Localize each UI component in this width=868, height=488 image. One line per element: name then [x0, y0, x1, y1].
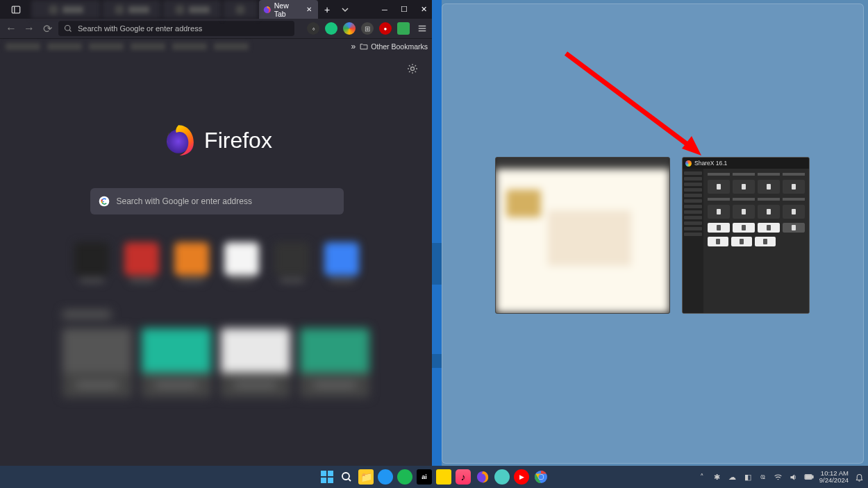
- firefox-icon: [263, 6, 272, 14]
- sharex-titlebar: ShareX 16.1: [683, 158, 809, 169]
- tab[interactable]: [162, 0, 222, 19]
- svg-rect-15: [321, 478, 326, 483]
- extension-icon[interactable]: ⬨: [307, 22, 319, 35]
- back-button[interactable]: ←: [4, 22, 18, 35]
- top-sites-row: [0, 242, 433, 283]
- maximize-button[interactable]: ☐: [394, 0, 414, 19]
- tab[interactable]: [102, 0, 161, 19]
- taskbar: 📁 ai ♪ ▶ ˄ ✱ ☁ ◧ Ҩ 10:12 AM 9/24/2024: [0, 466, 868, 488]
- toolbar: ← → ⟳ Search with Google or enter addres…: [0, 19, 433, 38]
- bookmarks-bar: » Other Bookmarks: [0, 38, 433, 53]
- extension-icon[interactable]: [325, 22, 337, 35]
- search-button[interactable]: [339, 469, 354, 485]
- svg-line-18: [349, 479, 351, 481]
- stories-section: [0, 310, 433, 398]
- snap-window-thumbnail-sharex[interactable]: ShareX 16.1: [682, 157, 810, 314]
- svg-point-8: [411, 67, 415, 71]
- annotation-arrow-icon: [562, 50, 708, 161]
- firefox-window: New Tab ✕ + ─ ☐ ✕ ← → ⟳ Search with Goog…: [0, 0, 433, 466]
- sharex-title: ShareX 16.1: [694, 160, 727, 167]
- svg-point-3: [65, 26, 71, 31]
- app-icon[interactable]: [494, 469, 510, 485]
- extensions-button[interactable]: ⊞: [361, 22, 374, 35]
- app-icon[interactable]: [436, 469, 451, 485]
- svg-rect-25: [805, 475, 811, 478]
- music-app-icon[interactable]: ♪: [456, 469, 471, 485]
- reload-button[interactable]: ⟳: [40, 22, 54, 35]
- firefox-logo-icon: [161, 123, 196, 158]
- menu-button[interactable]: [415, 22, 429, 35]
- tab-title: New Tab: [274, 1, 302, 18]
- bookmarks-overflow-icon[interactable]: »: [351, 42, 356, 51]
- sharex-logo-icon: [685, 160, 692, 167]
- tab-list-dropdown[interactable]: [336, 0, 354, 19]
- new-tab-button[interactable]: +: [318, 0, 336, 19]
- svg-rect-14: [328, 471, 333, 476]
- tray-icon[interactable]: ✱: [712, 472, 722, 482]
- system-tray: ˄ ✱ ☁ ◧ Ҩ 10:12 AM 9/24/2024: [697, 470, 864, 485]
- search-input[interactable]: Search with Google or enter address: [90, 188, 344, 214]
- active-tab[interactable]: New Tab ✕: [259, 0, 318, 19]
- search-icon: [64, 24, 72, 33]
- wifi-icon[interactable]: [774, 472, 783, 482]
- chrome-icon[interactable]: [533, 469, 549, 485]
- snap-assist-zone: ShareX 16.1: [442, 3, 864, 464]
- svg-marker-12: [682, 136, 701, 155]
- tab[interactable]: [223, 0, 258, 19]
- volume-icon[interactable]: [789, 472, 799, 482]
- extension-icon[interactable]: [397, 22, 410, 35]
- battery-icon[interactable]: [804, 472, 814, 482]
- title-bar: New Tab ✕ + ─ ☐ ✕: [0, 0, 433, 19]
- forward-button[interactable]: →: [22, 22, 36, 35]
- extension-icon[interactable]: ●: [379, 22, 392, 35]
- folder-icon: [360, 42, 368, 51]
- spotify-icon[interactable]: [397, 469, 412, 485]
- minimize-button[interactable]: ─: [375, 0, 394, 19]
- new-tab-content: Firefox Search with Google or enter addr…: [0, 53, 433, 466]
- tray-icon[interactable]: ◧: [743, 472, 753, 482]
- svg-rect-13: [321, 471, 326, 476]
- taskbar-center: 📁 ai ♪ ▶: [319, 469, 549, 485]
- search-placeholder: Search with Google or enter address: [117, 196, 252, 206]
- language-icon[interactable]: Ҩ: [758, 472, 768, 482]
- window-controls: ─ ☐ ✕: [375, 0, 433, 19]
- svg-line-11: [566, 53, 693, 149]
- svg-line-4: [69, 30, 71, 31]
- youtube-icon[interactable]: ▶: [514, 469, 529, 485]
- svg-point-17: [342, 473, 349, 480]
- notifications-icon[interactable]: [854, 472, 864, 482]
- other-bookmarks-folder[interactable]: Other Bookmarks: [360, 42, 428, 51]
- address-bar[interactable]: Search with Google or enter address: [58, 21, 294, 36]
- google-icon: [99, 196, 110, 207]
- tab[interactable]: [31, 0, 101, 19]
- file-explorer-icon[interactable]: 📁: [358, 469, 374, 485]
- address-bar-placeholder: Search with Google or enter address: [78, 24, 202, 33]
- svg-rect-16: [328, 478, 333, 483]
- obscured-window-edge: [432, 0, 442, 466]
- firefox-wordmark: Firefox: [204, 128, 272, 153]
- firefox-logo-area: Firefox: [0, 53, 433, 158]
- close-icon[interactable]: ✕: [304, 5, 314, 15]
- svg-rect-0: [12, 6, 19, 13]
- start-button[interactable]: [319, 469, 335, 485]
- svg-point-22: [539, 475, 544, 480]
- firefox-taskbar-icon[interactable]: [475, 469, 490, 485]
- svg-rect-24: [812, 476, 813, 478]
- tray-overflow-icon[interactable]: ˄: [697, 472, 707, 482]
- clock[interactable]: 10:12 AM 9/24/2024: [819, 470, 849, 485]
- app-icon[interactable]: [378, 469, 393, 485]
- gear-icon[interactable]: [407, 63, 418, 77]
- close-button[interactable]: ✕: [414, 0, 433, 19]
- sidebar-toggle-icon[interactable]: [0, 0, 31, 19]
- snap-window-thumbnail[interactable]: [495, 157, 670, 314]
- onedrive-icon[interactable]: ☁: [728, 472, 737, 482]
- extension-icon[interactable]: [343, 22, 356, 35]
- app-icon[interactable]: ai: [417, 469, 432, 485]
